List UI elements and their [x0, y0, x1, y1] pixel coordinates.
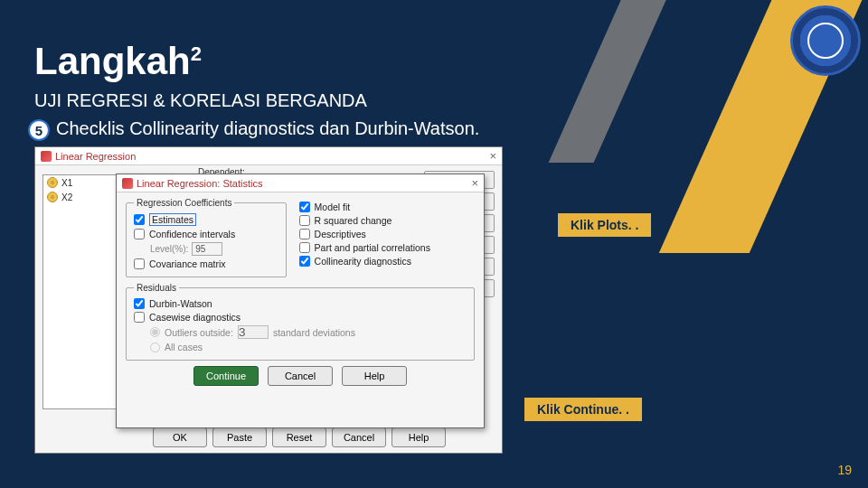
paste-button[interactable]: Paste — [212, 427, 267, 447]
dialog-button-row: Continue Cancel Help — [126, 366, 475, 386]
scale-variable-icon — [47, 177, 58, 188]
part-partial-correlations-checkbox[interactable]: Part and partial correlations — [299, 242, 475, 253]
step-text: Checklis Collinearity diagnostics dan Du… — [56, 118, 479, 139]
regression-coefficients-group: Regression Coefficients Estimates Confid… — [126, 198, 287, 277]
page-number: 19 — [837, 463, 852, 477]
linear-regression-statistics-dialog: Linear Regression: Statistics × Regressi… — [116, 174, 485, 428]
slide-title: Langkah2 — [34, 40, 202, 83]
descriptives-checkbox[interactable]: Descriptives — [299, 229, 475, 239]
dialog-title: Linear Regression: Statistics — [122, 178, 262, 189]
dialog-button-row: OK Paste Reset Cancel Help — [153, 427, 446, 447]
help-button[interactable]: Help — [342, 366, 407, 386]
slide-title-main: Langkah — [34, 40, 191, 82]
group-legend: Regression Coefficients — [134, 198, 234, 208]
all-cases-radio[interactable]: All cases — [150, 342, 467, 352]
institution-logo — [790, 5, 861, 76]
dialog-title: Linear Regression — [41, 151, 136, 162]
casewise-diagnostics-checkbox[interactable]: Casewise diagnostics — [134, 312, 467, 323]
list-item[interactable]: X1 — [43, 175, 118, 190]
dialog-titlebar[interactable]: Linear Regression × — [35, 147, 502, 165]
group-legend: Residuals — [134, 283, 179, 293]
callout-plots: Klik Plots. . — [556, 211, 653, 239]
confidence-level-input[interactable] — [192, 242, 222, 256]
r-squared-change-checkbox[interactable]: R squared change — [299, 215, 475, 226]
durbin-watson-checkbox[interactable]: Durbin-Watson — [134, 298, 467, 309]
step-number-badge: 5 — [28, 119, 50, 141]
dialog-titlebar[interactable]: Linear Regression: Statistics × — [117, 174, 484, 192]
close-icon[interactable]: × — [489, 149, 496, 163]
continue-button[interactable]: Continue — [193, 366, 259, 386]
ok-button[interactable]: OK — [153, 427, 207, 447]
confidence-level-field: Level(%): — [150, 242, 278, 256]
outliers-outside-radio[interactable]: Outliers outside: standard deviations — [150, 325, 467, 339]
cancel-button[interactable]: Cancel — [332, 427, 386, 447]
scale-variable-icon — [47, 192, 58, 202]
estimates-checkbox[interactable]: Estimates — [134, 213, 278, 226]
slide-subtitle: UJI REGRESI & KORELASI BERGANDA — [34, 90, 367, 111]
spss-icon — [122, 178, 133, 189]
spss-icon — [41, 151, 52, 162]
reset-button[interactable]: Reset — [272, 427, 326, 447]
collinearity-diagnostics-checkbox[interactable]: Collinearity diagnostics — [299, 256, 475, 267]
model-fit-checkbox[interactable]: Model fit — [299, 202, 475, 212]
confidence-intervals-checkbox[interactable]: Confidence intervals — [134, 229, 278, 239]
cancel-button[interactable]: Cancel — [268, 366, 333, 386]
outliers-threshold-input[interactable] — [238, 325, 269, 339]
list-item[interactable]: X2 — [43, 190, 118, 204]
covariance-matrix-checkbox[interactable]: Covariance matrix — [134, 258, 278, 269]
slide-title-sup: 2 — [191, 42, 202, 65]
help-button[interactable]: Help — [392, 427, 446, 447]
residuals-group: Residuals Durbin-Watson Casewise diagnos… — [126, 283, 475, 361]
close-icon[interactable]: × — [471, 176, 478, 190]
variable-list[interactable]: X1 X2 — [42, 174, 118, 409]
callout-continue: Klik Continue. . — [523, 396, 644, 423]
